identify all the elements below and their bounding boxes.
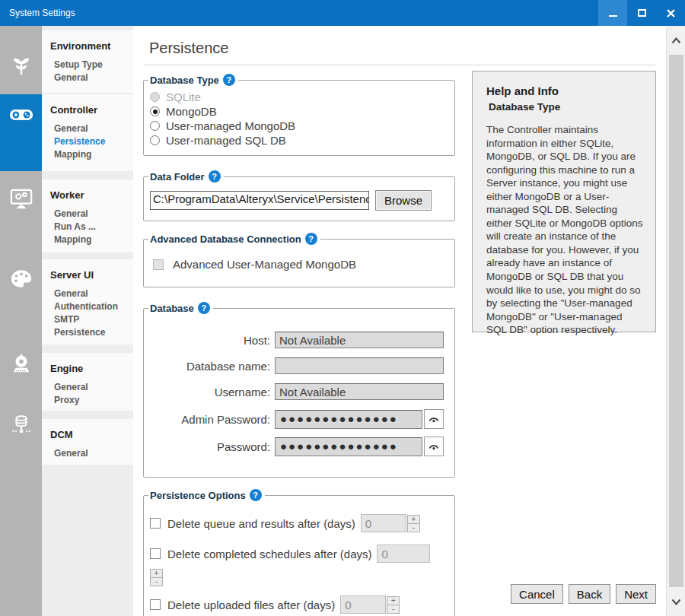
- content-area: Persistence Database Type ? SQLite: [133, 26, 666, 616]
- titlebar: System Settings: [0, 0, 685, 26]
- database-type-legend: Database Type ?: [148, 74, 238, 86]
- cancel-button[interactable]: Cancel: [511, 584, 563, 604]
- delete-queue-spinner: + -: [407, 515, 420, 532]
- nav-item-controller-mapping[interactable]: Mapping: [50, 148, 133, 161]
- nav-item-worker-run-as[interactable]: Run As ...: [50, 221, 133, 233]
- nav-item-setup-type[interactable]: Setup Type: [50, 59, 133, 71]
- persistence-options-group: Persistence Options ? Delete queue and r…: [143, 489, 455, 616]
- delete-schedules-checkbox[interactable]: [150, 548, 161, 559]
- database-group: Database ? Host: Not Available Database …: [143, 302, 455, 478]
- nav-item-worker-general[interactable]: General: [50, 208, 133, 221]
- nav-item-controller-general[interactable]: General: [50, 122, 133, 135]
- radio-icon-user-managed-sql-db[interactable]: [150, 135, 160, 145]
- nav-item-worker-mapping[interactable]: Mapping: [50, 233, 133, 246]
- radio-icon-user-managed-mongodb[interactable]: [150, 121, 160, 131]
- dcm-icon[interactable]: [9, 413, 33, 437]
- nav-section-controller: Controller General Persistence Mapping: [42, 94, 133, 171]
- nav-header-engine: Engine: [50, 363, 133, 374]
- advanced-connection-help-icon[interactable]: ?: [305, 233, 317, 245]
- admin-password-reveal-button[interactable]: [424, 409, 444, 429]
- password-reveal-icon: [428, 414, 440, 424]
- nav-section-worker: Worker General Run As ... Mapping: [42, 179, 133, 252]
- nav-section-server-ui: Server UI General Authentication SMTP Pe…: [42, 259, 133, 345]
- nav-header-controller: Controller: [50, 104, 133, 116]
- server-ui-icon[interactable]: [9, 266, 33, 291]
- delete-uploads-days-input: 0: [340, 595, 386, 614]
- radio-label-user-managed-mongodb: User-managed MongoDB: [166, 119, 295, 132]
- database-name-label: Database name:: [148, 360, 270, 373]
- minimize-icon: [609, 15, 617, 17]
- nav-item-server-ui-general[interactable]: General: [50, 287, 133, 300]
- minimize-button[interactable]: [598, 0, 627, 26]
- nav-item-server-ui-authentication[interactable]: Authentication: [50, 300, 133, 313]
- radio-user-managed-sql-db[interactable]: User-managed SQL DB: [150, 133, 448, 148]
- back-button[interactable]: Back: [569, 584, 610, 604]
- browse-button[interactable]: Browse: [375, 190, 432, 211]
- help-body: The Controller maintains information in …: [486, 123, 645, 337]
- maximize-icon: [638, 9, 646, 17]
- nav-item-engine-general[interactable]: General: [50, 381, 133, 394]
- engine-icon[interactable]: [9, 352, 33, 376]
- delete-queue-label: Delete queue and results after (days): [167, 517, 355, 530]
- advanced-mongodb-checkbox: [153, 259, 164, 270]
- help-panel: Help and Info Database Type The Controll…: [472, 71, 656, 332]
- radio-icon-sqlite: [150, 92, 160, 102]
- delete-schedules-days-input: 0: [377, 545, 430, 563]
- username-label: Username:: [148, 386, 270, 398]
- database-type-help-icon[interactable]: ?: [223, 74, 235, 86]
- nav-item-controller-persistence[interactable]: Persistence: [50, 135, 133, 148]
- nav-item-environment-general[interactable]: General: [50, 71, 133, 84]
- title-divider: [143, 65, 657, 65]
- password-reveal-button[interactable]: [424, 437, 444, 456]
- data-folder-legend: Data Folder ?: [148, 170, 224, 183]
- close-icon: [666, 8, 676, 18]
- nav-panel: Environment Setup Type General Controlle…: [42, 26, 133, 616]
- password-dots: ●●●●●●●●●●●●●●: [280, 443, 398, 450]
- worker-icon[interactable]: [9, 188, 33, 212]
- controller-icon[interactable]: [9, 103, 33, 127]
- delete-uploads-checkbox[interactable]: [150, 599, 161, 610]
- database-label: Database: [150, 303, 194, 314]
- scroll-up-button[interactable]: [667, 29, 685, 52]
- database-type-group: Database Type ? SQLite MongoDB: [143, 74, 455, 156]
- nav-item-server-ui-smtp[interactable]: SMTP: [50, 313, 133, 326]
- nav-item-engine-proxy[interactable]: Proxy: [50, 394, 133, 407]
- password-row: Password: ●●●●●●●●●●●●●●: [148, 437, 445, 456]
- delete-queue-row: Delete queue and results after (days) 0 …: [150, 514, 448, 532]
- password-field: ●●●●●●●●●●●●●●: [275, 437, 422, 456]
- scroll-down-button[interactable]: [667, 590, 685, 613]
- footer-buttons: Cancel Back Next: [511, 584, 656, 604]
- persistence-options-help-icon[interactable]: ?: [250, 489, 262, 501]
- data-folder-input[interactable]: C:\ProgramData\Alteryx\Service\Persisten…: [150, 191, 369, 210]
- next-button[interactable]: Next: [616, 584, 656, 604]
- nav-header-server-ui: Server UI: [50, 269, 133, 281]
- delete-schedules-spinner: + -: [150, 569, 163, 586]
- persistence-options-legend: Persistence Options ?: [148, 489, 265, 501]
- database-legend: Database ?: [148, 302, 213, 314]
- nav-item-server-ui-persistence[interactable]: Persistence: [50, 326, 133, 339]
- radio-icon-mongodb[interactable]: [150, 106, 160, 116]
- radio-user-managed-mongodb[interactable]: User-managed MongoDB: [150, 119, 448, 133]
- database-name-row: Database name:: [148, 357, 445, 374]
- help-title: Help and Info: [486, 84, 645, 97]
- maximize-button[interactable]: [627, 0, 656, 26]
- admin-password-field: ●●●●●●●●●●●●●●: [275, 410, 422, 429]
- data-folder-help-icon[interactable]: ?: [209, 170, 221, 183]
- nav-section-environment: Environment Setup Type General: [42, 30, 133, 93]
- scrollbar-thumb[interactable]: [669, 55, 683, 587]
- advanced-connection-legend: Advanced Database Connection ?: [148, 233, 320, 245]
- nav-item-dcm-general[interactable]: General: [50, 447, 133, 460]
- environment-icon[interactable]: [9, 53, 33, 78]
- window-title: System Settings: [0, 8, 598, 18]
- page-title: Persistence: [149, 40, 666, 57]
- database-help-icon[interactable]: ?: [198, 302, 210, 314]
- close-button[interactable]: [656, 0, 685, 26]
- spinner-decrement-button: -: [387, 605, 400, 614]
- radio-mongodb[interactable]: MongoDB: [150, 104, 448, 119]
- delete-schedules-label: Delete completed schedules after (days): [167, 548, 371, 560]
- host-field: Not Available: [275, 332, 444, 348]
- nav-section-engine: Engine General Proxy: [42, 353, 133, 411]
- chevron-down-icon: [671, 599, 681, 605]
- spinner-decrement-button: -: [150, 577, 163, 586]
- delete-queue-checkbox[interactable]: [150, 518, 161, 529]
